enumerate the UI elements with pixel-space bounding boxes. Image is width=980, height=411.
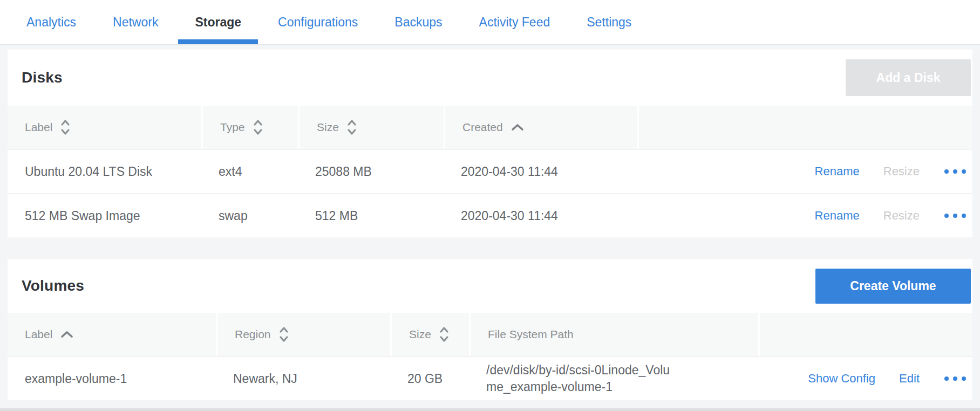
sort-both-icon — [438, 325, 450, 344]
disks-sort-label[interactable]: Label — [8, 106, 201, 149]
column-label: Type — [220, 121, 245, 134]
disk-size: 25088 MB — [298, 165, 444, 179]
disks-sort-created[interactable]: Created — [444, 106, 637, 149]
disk-row-ubuntu: Ubuntu 20.04 LTS Disk ext4 25088 MB 2020… — [8, 149, 972, 193]
tab-activity-feed[interactable]: Activity Feed — [462, 0, 567, 44]
volume-label: example-volume-1 — [8, 372, 216, 386]
viewport-bottom-edge — [0, 408, 980, 411]
disks-header: Disks Add a Disk — [8, 50, 972, 106]
disks-actions-header — [637, 106, 972, 149]
disks-table-header: Label Type Size Created — [8, 106, 972, 149]
disks-panel: Disks Add a Disk Label Type Size Created — [8, 50, 972, 237]
ellipsis-menu-icon[interactable] — [943, 166, 967, 177]
ellipsis-menu-icon[interactable] — [943, 210, 967, 221]
volumes-title: Volumes — [22, 277, 84, 294]
show-config-link[interactable]: Show Config — [808, 372, 875, 386]
disk-label: Ubuntu 20.04 LTS Disk — [8, 165, 201, 179]
create-volume-button[interactable]: Create Volume — [815, 269, 971, 304]
tab-configurations[interactable]: Configurations — [261, 0, 375, 44]
column-label: Size — [409, 328, 431, 341]
column-label: Label — [25, 121, 52, 134]
volume-region: Newark, NJ — [216, 372, 390, 386]
disk-created: 2020-04-30 11:44 — [444, 209, 637, 223]
disk-label: 512 MB Swap Image — [8, 209, 201, 223]
disks-sort-type[interactable]: Type — [201, 106, 298, 149]
column-label: Label — [25, 328, 52, 341]
disk-row-swap: 512 MB Swap Image swap 512 MB 2020-04-30… — [8, 193, 972, 237]
sort-both-icon — [252, 118, 264, 137]
volumes-actions-header — [758, 313, 972, 356]
disk-row-actions: Rename Resize — [637, 165, 972, 179]
volumes-panel: Volumes Create Volume Label Region Size … — [8, 259, 972, 400]
column-label: Region — [235, 328, 271, 341]
sort-asc-icon — [510, 123, 525, 132]
volume-row-example: example-volume-1 Newark, NJ 20 GB /dev/d… — [8, 356, 972, 400]
rename-link[interactable]: Rename — [815, 209, 860, 223]
resize-link[interactable]: Resize — [883, 165, 920, 179]
tab-storage[interactable]: Storage — [178, 0, 258, 44]
sort-both-icon — [278, 325, 290, 344]
add-a-disk-button[interactable]: Add a Disk — [846, 59, 971, 96]
volume-size: 20 GB — [390, 372, 469, 386]
sort-both-icon — [346, 118, 358, 137]
disk-type: ext4 — [201, 165, 298, 179]
column-label: Created — [462, 121, 503, 134]
column-label: Size — [317, 121, 339, 134]
sort-both-icon — [59, 118, 71, 137]
disk-created: 2020-04-30 11:44 — [444, 165, 637, 179]
rename-link[interactable]: Rename — [815, 165, 860, 179]
ellipsis-menu-icon[interactable] — [943, 373, 967, 384]
volumes-column-path: File System Path — [469, 313, 758, 356]
tab-analytics[interactable]: Analytics — [10, 0, 93, 44]
disk-row-actions: Rename Resize — [637, 209, 972, 223]
resize-link[interactable]: Resize — [883, 209, 920, 223]
sort-asc-icon — [59, 330, 74, 339]
disk-type: swap — [201, 209, 298, 223]
volumes-header: Volumes Create Volume — [8, 259, 972, 313]
edit-link[interactable]: Edit — [899, 372, 920, 386]
volume-row-actions: Show Config Edit — [758, 372, 972, 386]
volume-file-system-path: /dev/disk/by-id/scsi-0Linode_Volume_exam… — [469, 362, 758, 395]
column-label: File System Path — [488, 328, 574, 341]
tab-network[interactable]: Network — [96, 0, 175, 44]
disks-sort-size[interactable]: Size — [298, 106, 444, 149]
tab-backups[interactable]: Backups — [378, 0, 459, 44]
tab-settings[interactable]: Settings — [570, 0, 648, 44]
tab-bar: Analytics Network Storage Configurations… — [0, 0, 980, 45]
volumes-sort-label[interactable]: Label — [8, 313, 216, 356]
disk-size: 512 MB — [298, 209, 444, 223]
volumes-sort-region[interactable]: Region — [216, 313, 390, 356]
disks-title: Disks — [22, 69, 63, 86]
volumes-sort-size[interactable]: Size — [390, 313, 469, 356]
volumes-table-header: Label Region Size File System Path — [8, 313, 972, 356]
